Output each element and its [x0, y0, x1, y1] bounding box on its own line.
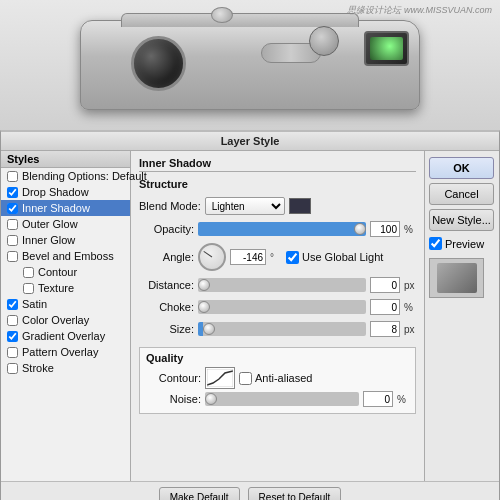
- section-title-inner-shadow: Inner Shadow: [139, 157, 416, 172]
- drop-shadow-checkbox[interactable]: [7, 187, 18, 198]
- angle-label: Angle:: [139, 251, 194, 263]
- camera-viewfinder-inner: [370, 37, 403, 60]
- noise-input[interactable]: [363, 391, 393, 407]
- style-item-outer-glow[interactable]: Outer Glow: [1, 216, 130, 232]
- noise-slider[interactable]: [205, 392, 359, 406]
- opacity-row: Opacity: %: [139, 221, 416, 237]
- preview-inner: [437, 263, 477, 293]
- distance-label: Distance:: [139, 279, 194, 291]
- choke-label: Choke:: [139, 301, 194, 313]
- right-panel: OK Cancel New Style... Preview: [424, 151, 499, 481]
- size-row: Size: px: [139, 321, 416, 337]
- angle-dial[interactable]: [198, 243, 226, 271]
- opacity-slider[interactable]: [198, 222, 366, 236]
- inner-shadow-label: Inner Shadow: [22, 202, 90, 214]
- use-global-light-label: Use Global Light: [286, 251, 383, 264]
- opacity-input[interactable]: [370, 221, 400, 237]
- style-item-pattern-overlay[interactable]: Pattern Overlay: [1, 344, 130, 360]
- anti-aliased-text: Anti-aliased: [255, 372, 312, 384]
- distance-input[interactable]: [370, 277, 400, 293]
- quality-section: Quality Contour: Anti-aliased: [139, 347, 416, 414]
- make-default-button[interactable]: Make Default: [159, 487, 240, 500]
- contour-label: Contour:: [146, 372, 201, 384]
- noise-slider-container: [205, 392, 359, 406]
- color-swatch[interactable]: [289, 198, 311, 214]
- contour-sub-label: Contour: [38, 266, 77, 278]
- choke-row: Choke: %: [139, 299, 416, 315]
- style-item-gradient-overlay[interactable]: Gradient Overlay: [1, 328, 130, 344]
- opacity-label: Opacity:: [139, 223, 194, 235]
- noise-row: Noise: %: [146, 391, 409, 407]
- style-item-stroke[interactable]: Stroke: [1, 360, 130, 376]
- watermark-text: 思缘设计论坛 www.MISSVUAN.com: [347, 4, 492, 17]
- texture-checkbox[interactable]: [23, 283, 34, 294]
- blend-mode-select[interactable]: Lighten Normal Multiply Screen: [205, 197, 285, 215]
- new-style-button[interactable]: New Style...: [429, 209, 494, 231]
- sub-section-structure: Structure: [139, 178, 416, 190]
- style-item-satin[interactable]: Satin: [1, 296, 130, 312]
- angle-input[interactable]: [230, 249, 266, 265]
- outer-glow-checkbox[interactable]: [7, 219, 18, 230]
- choke-input[interactable]: [370, 299, 400, 315]
- preview-label: Preview: [445, 238, 484, 250]
- bevel-checkbox[interactable]: [7, 251, 18, 262]
- angle-row: Angle: ° Use Global Light: [139, 243, 416, 271]
- camera-shutter: [211, 7, 233, 23]
- gradient-overlay-checkbox[interactable]: [7, 331, 18, 342]
- use-global-light-checkbox[interactable]: [286, 251, 299, 264]
- choke-slider[interactable]: [198, 300, 366, 314]
- dialog-body: Styles Blending Options: Default Drop Sh…: [1, 151, 499, 481]
- noise-label: Noise:: [146, 393, 201, 405]
- pattern-overlay-checkbox[interactable]: [7, 347, 18, 358]
- blend-mode-row: Blend Mode: Lighten Normal Multiply Scre…: [139, 197, 416, 215]
- camera-preview: 思缘设计论坛 www.MISSVUAN.com: [0, 0, 500, 130]
- cancel-button[interactable]: Cancel: [429, 183, 494, 205]
- style-item-drop-shadow[interactable]: Drop Shadow: [1, 184, 130, 200]
- size-label: Size:: [139, 323, 194, 335]
- distance-slider-container: [198, 278, 366, 292]
- preview-swatch: [429, 258, 484, 298]
- size-slider[interactable]: [198, 322, 366, 336]
- camera-ridge: [121, 13, 359, 27]
- inner-glow-label: Inner Glow: [22, 234, 75, 246]
- inner-shadow-checkbox[interactable]: [7, 203, 18, 214]
- quality-title: Quality: [146, 352, 409, 364]
- color-overlay-checkbox[interactable]: [7, 315, 18, 326]
- contour-thumbnail[interactable]: [205, 367, 235, 389]
- style-item-bevel[interactable]: Bevel and Emboss: [1, 248, 130, 264]
- choke-unit: %: [404, 302, 416, 313]
- contour-checkbox[interactable]: [23, 267, 34, 278]
- style-item-inner-glow[interactable]: Inner Glow: [1, 232, 130, 248]
- outer-glow-label: Outer Glow: [22, 218, 78, 230]
- blending-label: Blending Options: Default: [22, 170, 147, 182]
- anti-aliased-checkbox[interactable]: [239, 372, 252, 385]
- styles-header: Styles: [1, 151, 130, 168]
- size-input[interactable]: [370, 321, 400, 337]
- reset-to-default-button[interactable]: Reset to Default: [248, 487, 342, 500]
- style-item-blending[interactable]: Blending Options: Default: [1, 168, 130, 184]
- style-item-inner-shadow[interactable]: Inner Shadow: [1, 200, 130, 216]
- distance-slider[interactable]: [198, 278, 366, 292]
- blending-checkbox[interactable]: [7, 171, 18, 182]
- opacity-slider-container: [198, 222, 366, 236]
- gradient-overlay-label: Gradient Overlay: [22, 330, 105, 342]
- layer-style-dialog: Layer Style Styles Blending Options: Def…: [0, 130, 500, 500]
- stroke-checkbox[interactable]: [7, 363, 18, 374]
- satin-checkbox[interactable]: [7, 299, 18, 310]
- inner-glow-checkbox[interactable]: [7, 235, 18, 246]
- preview-checkbox[interactable]: [429, 237, 442, 250]
- ok-button[interactable]: OK: [429, 157, 494, 179]
- bevel-label: Bevel and Emboss: [22, 250, 114, 262]
- anti-aliased-label: Anti-aliased: [239, 372, 312, 385]
- camera-lens: [131, 36, 186, 91]
- angle-unit: °: [270, 252, 282, 263]
- dialog-title: Layer Style: [1, 132, 499, 151]
- angle-dial-line: [203, 251, 212, 257]
- main-settings-panel: Inner Shadow Structure Blend Mode: Light…: [131, 151, 424, 481]
- style-item-color-overlay[interactable]: Color Overlay: [1, 312, 130, 328]
- bottom-buttons: Make Default Reset to Default: [1, 481, 499, 500]
- contour-svg: [207, 369, 233, 387]
- style-item-texture[interactable]: Texture: [1, 280, 130, 296]
- style-item-contour[interactable]: Contour: [1, 264, 130, 280]
- use-global-light-text: Use Global Light: [302, 251, 383, 263]
